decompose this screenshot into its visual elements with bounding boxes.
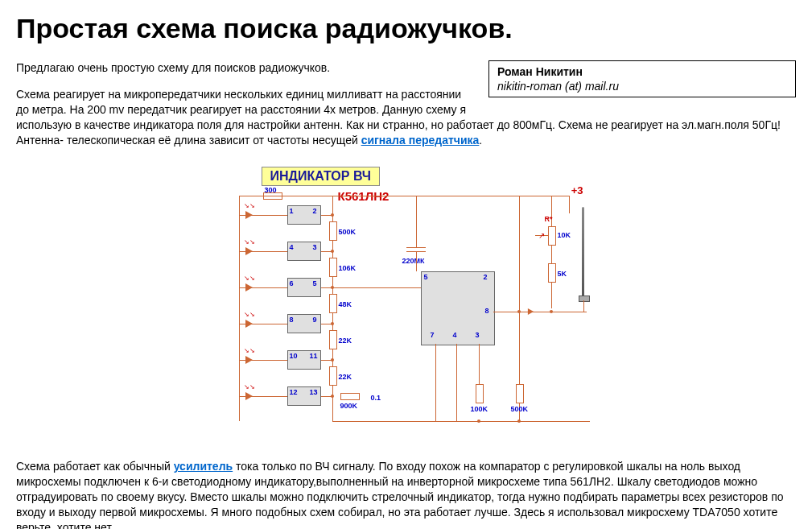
wire bbox=[239, 324, 287, 324]
node-icon bbox=[331, 395, 334, 398]
resistor bbox=[329, 366, 337, 386]
pin-label: 3 bbox=[476, 331, 480, 339]
wire bbox=[239, 251, 287, 252]
resistor-value: 48K bbox=[339, 300, 352, 308]
pin-label: 2 bbox=[484, 273, 488, 281]
schematic-diagram: ИНДИКАТОР ВЧ К561ЛН2 +3 300 ↘↘ 1 2 500K … bbox=[197, 167, 616, 440]
resistor bbox=[340, 393, 360, 400]
resistor bbox=[548, 263, 556, 283]
trimmer-label: R* bbox=[545, 215, 553, 223]
author-name: Роман Никитин bbox=[497, 64, 787, 79]
operation-paragraph: Схема работает как обычный усилитель ток… bbox=[16, 459, 796, 529]
antenna-icon bbox=[582, 207, 584, 295]
wire bbox=[493, 312, 587, 312]
resistor-value: 100K bbox=[471, 405, 488, 413]
cap-value: 0.1 bbox=[371, 394, 381, 402]
node-icon bbox=[331, 358, 334, 362]
resistor-value: 22K bbox=[339, 373, 352, 381]
page-title: Простая схема поиска радиожучков. bbox=[16, 13, 796, 44]
pin-label: 8 bbox=[290, 316, 294, 324]
wire bbox=[332, 287, 421, 288]
pin-label: 5 bbox=[313, 279, 317, 287]
wire bbox=[239, 196, 240, 421]
wire bbox=[239, 287, 287, 288]
pin-label: 13 bbox=[310, 388, 318, 396]
wire bbox=[416, 196, 417, 247]
led-arrows-icon: ↘↘ bbox=[244, 238, 255, 246]
pin-label: 5 bbox=[424, 273, 428, 281]
pin-label: 1 bbox=[290, 207, 294, 215]
resistor bbox=[516, 384, 524, 403]
wire bbox=[239, 360, 287, 361]
trimmer-value: 10K bbox=[558, 231, 571, 239]
resistor-value: 106K bbox=[339, 264, 357, 272]
wire bbox=[332, 421, 590, 422]
node-icon bbox=[331, 250, 334, 253]
resistor-value: 500K bbox=[511, 405, 529, 413]
pin-label: 4 bbox=[290, 243, 294, 251]
resistor bbox=[476, 384, 484, 403]
led-arrows-icon: ↘↘ bbox=[244, 275, 255, 282]
pin-label: 6 bbox=[290, 279, 294, 287]
wire bbox=[456, 344, 457, 421]
resistor bbox=[329, 258, 337, 277]
author-box: Роман Никитин nikitin-roman (at) mail.ru bbox=[488, 60, 796, 97]
wire bbox=[569, 196, 570, 213]
pin-label: 12 bbox=[290, 388, 298, 396]
resistor-value: 900K bbox=[340, 402, 358, 410]
wire bbox=[416, 252, 417, 271]
wire bbox=[239, 215, 287, 216]
node-icon bbox=[550, 310, 553, 313]
author-contact: nikitin-roman (at) mail.ru bbox=[497, 79, 787, 93]
amplifier-link[interactable]: усилитель bbox=[174, 460, 233, 473]
pin-label: 10 bbox=[290, 352, 298, 360]
pin-label: 4 bbox=[453, 331, 457, 339]
wire bbox=[551, 196, 552, 308]
led-arrows-icon: ↘↘ bbox=[244, 202, 255, 209]
diode-icon bbox=[527, 308, 533, 315]
trimmer-arrow-icon: ↗ bbox=[538, 231, 545, 240]
node-icon bbox=[331, 213, 334, 217]
pin-label: 2 bbox=[313, 207, 317, 215]
resistor bbox=[329, 330, 337, 349]
pin-label: 3 bbox=[313, 243, 317, 251]
operation-text-a: Схема работает как обычный bbox=[16, 460, 174, 473]
transmitter-signal-link[interactable]: сигнала передатчика bbox=[361, 134, 480, 147]
led-arrows-icon: ↘↘ bbox=[244, 311, 255, 318]
pin-label: 7 bbox=[431, 331, 435, 339]
description-text-b: . bbox=[479, 134, 482, 147]
schematic-title: ИНДИКАТОР ВЧ bbox=[262, 167, 381, 186]
node-icon bbox=[477, 419, 480, 423]
capacitor-value: 220МК bbox=[402, 257, 425, 265]
pin-label: 11 bbox=[310, 352, 318, 360]
pin-label: 9 bbox=[313, 316, 317, 324]
pin-label: 8 bbox=[485, 307, 489, 315]
capacitor-icon bbox=[406, 247, 424, 253]
wire bbox=[583, 300, 584, 312]
node-icon bbox=[517, 310, 521, 313]
led-arrows-icon: ↘↘ bbox=[244, 347, 255, 354]
resistor-value: 5K bbox=[558, 270, 567, 278]
resistor bbox=[329, 221, 337, 241]
node-icon bbox=[331, 286, 334, 289]
wire bbox=[239, 396, 287, 397]
led-arrows-icon: ↘↘ bbox=[244, 383, 255, 391]
wire bbox=[479, 344, 480, 384]
wire bbox=[435, 344, 436, 421]
trimmer-resistor bbox=[548, 226, 556, 246]
resistor bbox=[329, 294, 337, 313]
resistor-value: 22K bbox=[339, 337, 352, 345]
schematic-container: ИНДИКАТОР ВЧ К561ЛН2 +3 300 ↘↘ 1 2 500K … bbox=[16, 167, 796, 443]
resistor-top-value: 300 bbox=[265, 186, 277, 194]
node-icon bbox=[517, 419, 521, 423]
node-icon bbox=[331, 322, 334, 325]
resistor-value: 500K bbox=[339, 228, 357, 236]
power-label: +3 bbox=[571, 184, 583, 196]
antenna-base-icon bbox=[579, 295, 590, 302]
